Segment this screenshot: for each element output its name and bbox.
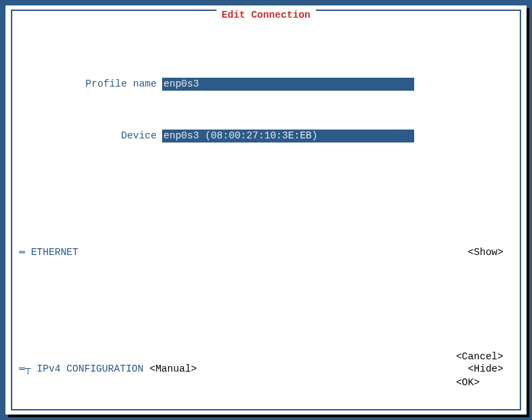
- profile-name-label: Profile name: [19, 78, 162, 91]
- ok-button[interactable]: <OK>: [456, 377, 480, 388]
- ipv4-header: IPv4 CONFIGURATION: [37, 363, 144, 376]
- section-marker-icon: ═: [19, 363, 25, 376]
- section-marker-icon: ═: [19, 246, 25, 259]
- profile-name-input[interactable]: enp0s3: [162, 78, 414, 91]
- ethernet-header: ETHERNET: [31, 246, 78, 259]
- device-label: Device: [19, 130, 162, 142]
- tee-top-icon: ┬: [25, 363, 31, 376]
- ipv4-mode-select[interactable]: <Manual>: [149, 363, 197, 376]
- cancel-button[interactable]: <Cancel>: [456, 351, 503, 362]
- dialog-title: Edit Connection: [216, 10, 316, 20]
- dialog-window: Edit Connection Profile name enp0s3 Devi…: [5, 5, 527, 415]
- ethernet-show-button[interactable]: <Show>: [468, 246, 503, 259]
- dialog-border: Edit Connection Profile name enp0s3 Devi…: [11, 10, 521, 410]
- dialog-content: Profile name enp0s3 Device enp0s3 (08:00…: [19, 26, 513, 402]
- device-input[interactable]: enp0s3 (08:00:27:10:3E:EB): [162, 130, 414, 142]
